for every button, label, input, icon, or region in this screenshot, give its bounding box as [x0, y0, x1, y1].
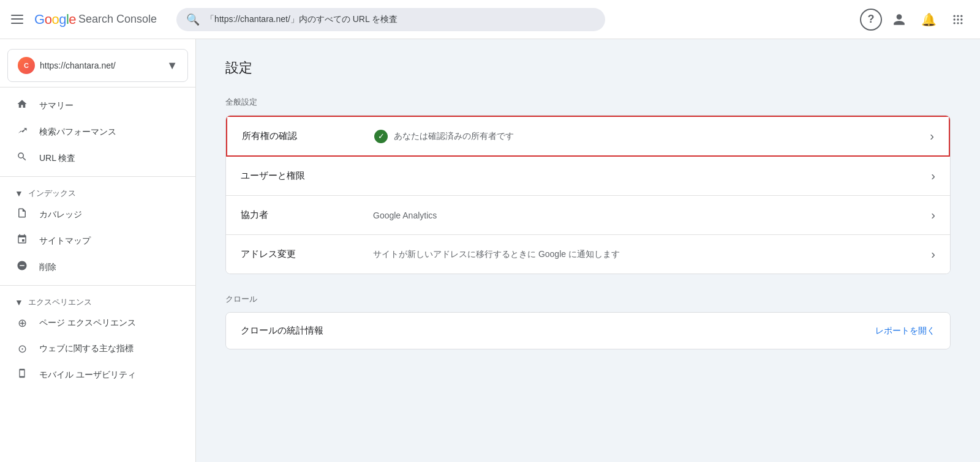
users-row[interactable]: ユーザーと権限 ›: [226, 157, 950, 196]
crawl-stats-title: クロールの統計情報: [241, 325, 363, 337]
web-vitals-label: ウェブに関する主な指標: [39, 343, 134, 354]
verified-check-icon: ✓: [374, 130, 388, 143]
ownership-status: あなたは確認済みの所有者です: [394, 131, 514, 142]
logo-area: Google Search Console: [34, 12, 157, 28]
users-chevron-icon: ›: [931, 169, 935, 183]
page-experience-label: ページ エクスペリエンス: [39, 318, 136, 329]
remove-label: 削除: [39, 262, 56, 273]
sidebar: C https://chantara.net/ ▼ サマリー 検索パフォーマンス…: [0, 39, 196, 462]
users-title: ユーザーと権限: [241, 170, 363, 182]
svg-point-4: [957, 18, 959, 20]
sitemap-label: サイトマップ: [39, 236, 91, 247]
notification-button[interactable]: 🔔: [916, 7, 941, 32]
svg-point-8: [960, 22, 962, 24]
sidebar-item-performance[interactable]: 検索パフォーマンス: [0, 119, 195, 145]
coverage-icon: [15, 207, 29, 222]
index-section-label: インデックス: [28, 188, 76, 199]
sidebar-item-summary[interactable]: サマリー: [0, 92, 195, 119]
sidebar-item-url-inspection[interactable]: URL 検査: [0, 145, 195, 171]
account-button[interactable]: [887, 7, 911, 32]
property-selector[interactable]: C https://chantara.net/ ▼: [7, 49, 188, 82]
crawl-section: クロールの統計情報 レポートを開く: [225, 312, 951, 349]
performance-icon: [15, 125, 29, 139]
coverage-label: カバレッジ: [39, 209, 82, 220]
mobile-label: モバイル ユーザビリティ: [39, 370, 136, 381]
sidebar-item-remove[interactable]: 削除: [0, 254, 195, 280]
nav-divider: [0, 87, 195, 88]
crawl-open-link[interactable]: レポートを開く: [875, 326, 935, 337]
general-section-label: 全般設定: [225, 97, 951, 108]
index-chevron-icon: ▼: [15, 188, 23, 198]
address-change-value: サイトが新しいアドレスに移行するときに Google に通知します: [373, 249, 921, 260]
svg-point-2: [960, 15, 962, 17]
remove-icon: [15, 260, 29, 274]
svg-point-6: [954, 22, 956, 24]
nav-divider-2: [0, 176, 195, 177]
partners-chevron-icon: ›: [931, 208, 935, 222]
address-change-title: アドレス変更: [241, 248, 363, 260]
svg-point-0: [954, 15, 956, 17]
experience-chevron-icon: ▼: [15, 297, 23, 307]
crawl-stats-row[interactable]: クロールの統計情報 レポートを開く: [226, 313, 950, 349]
header: Google Search Console 🔍 「https://chantar…: [0, 0, 980, 39]
crawl-section-label: クロール: [225, 294, 951, 305]
search-text: 「https://chantara.net/」内のすべての URL を検査: [206, 14, 398, 25]
sidebar-item-sitemap[interactable]: サイトマップ: [0, 228, 195, 254]
ownership-chevron-icon: ›: [930, 129, 934, 143]
summary-label: サマリー: [39, 100, 74, 111]
search-bar[interactable]: 🔍 「https://chantara.net/」内のすべての URL を検査: [176, 8, 605, 31]
layout: C https://chantara.net/ ▼ サマリー 検索パフォーマンス…: [0, 39, 980, 462]
header-actions: ? 🔔: [860, 7, 970, 32]
partners-title: 協力者: [241, 209, 363, 221]
property-avatar: C: [18, 57, 35, 74]
google-logo: Google: [34, 12, 76, 28]
partners-row[interactable]: 協力者 Google Analytics ›: [226, 196, 950, 235]
svg-point-1: [957, 15, 959, 17]
mobile-icon: [15, 368, 29, 382]
search-nav-icon: [15, 151, 29, 165]
help-button[interactable]: ?: [860, 9, 882, 31]
svg-point-5: [960, 18, 962, 20]
ownership-row[interactable]: 所有権の確認 ✓ あなたは確認済みの所有者です ›: [226, 116, 950, 157]
partners-value: Google Analytics: [373, 211, 921, 220]
svg-point-7: [957, 22, 959, 24]
page-title: 設定: [225, 59, 951, 77]
web-vitals-icon: ⊙: [15, 342, 29, 356]
nav-divider-3: [0, 285, 195, 286]
apps-button[interactable]: [946, 7, 970, 32]
index-section-header[interactable]: ▼ インデックス: [0, 182, 195, 201]
sidebar-item-mobile[interactable]: モバイル ユーザビリティ: [0, 362, 195, 388]
sidebar-item-coverage[interactable]: カバレッジ: [0, 201, 195, 228]
url-inspection-label: URL 検査: [39, 153, 75, 164]
ownership-title: 所有権の確認: [242, 130, 364, 142]
experience-section-label: エクスペリエンス: [28, 297, 92, 308]
sidebar-item-page-experience[interactable]: ⊕ ページ エクスペリエンス: [0, 310, 195, 336]
product-name: Search Console: [78, 13, 157, 26]
svg-point-3: [954, 18, 956, 20]
sidebar-item-web-vitals[interactable]: ⊙ ウェブに関する主な指標: [0, 336, 195, 362]
ownership-value: ✓ あなたは確認済みの所有者です: [374, 130, 920, 143]
sitemap-icon: [15, 234, 29, 248]
search-icon: 🔍: [186, 13, 200, 26]
page-experience-icon: ⊕: [15, 316, 29, 330]
property-chevron-icon: ▼: [167, 59, 178, 72]
address-change-chevron-icon: ›: [931, 247, 935, 261]
menu-icon[interactable]: [10, 12, 24, 27]
performance-label: 検索パフォーマンス: [39, 127, 116, 138]
experience-section-header[interactable]: ▼ エクスペリエンス: [0, 291, 195, 310]
address-change-row[interactable]: アドレス変更 サイトが新しいアドレスに移行するときに Google に通知します…: [226, 235, 950, 274]
property-url: https://chantara.net/: [40, 61, 162, 70]
main-content: 設定 全般設定 所有権の確認 ✓ あなたは確認済みの所有者です › ユーザーと権…: [196, 39, 980, 462]
home-icon: [15, 99, 29, 113]
settings-card: 所有権の確認 ✓ あなたは確認済みの所有者です › ユーザーと権限 › 協力者 …: [225, 115, 951, 274]
